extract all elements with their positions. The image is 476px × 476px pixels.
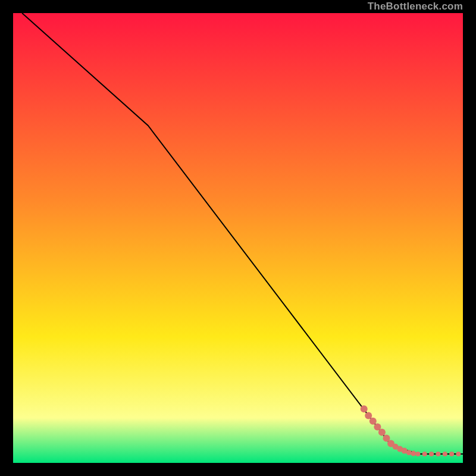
data-marker bbox=[369, 418, 377, 425]
data-marker bbox=[422, 452, 427, 456]
data-marker bbox=[415, 452, 420, 456]
data-marker bbox=[378, 429, 386, 436]
data-marker bbox=[411, 451, 416, 456]
plot-area bbox=[13, 13, 463, 463]
frame-border-left bbox=[0, 0, 13, 476]
gradient-background bbox=[13, 13, 463, 463]
plot-svg bbox=[13, 13, 463, 463]
data-marker bbox=[443, 452, 447, 456]
data-marker bbox=[406, 450, 412, 455]
data-marker bbox=[436, 452, 440, 456]
data-marker bbox=[449, 452, 454, 456]
watermark-text: TheBottleneck.com bbox=[368, 0, 463, 13]
frame-border-bottom bbox=[0, 463, 476, 476]
data-marker bbox=[361, 405, 368, 412]
chart-frame: TheBottleneck.com bbox=[0, 0, 476, 476]
data-marker bbox=[429, 452, 434, 456]
data-marker bbox=[456, 452, 461, 456]
frame-border-right bbox=[463, 0, 476, 476]
